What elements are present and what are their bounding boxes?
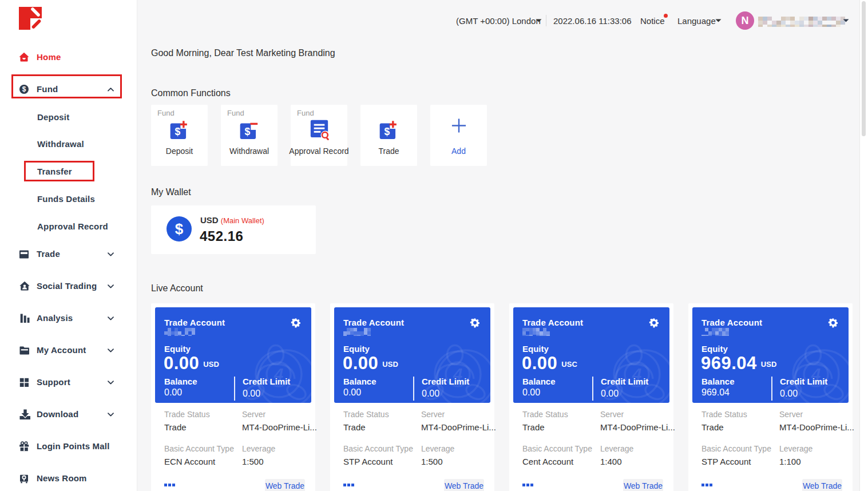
svg-text:$: $ (244, 126, 250, 138)
svg-text:$: $ (22, 85, 26, 93)
svg-text:$: $ (175, 126, 180, 138)
svg-text:$: $ (384, 126, 390, 138)
